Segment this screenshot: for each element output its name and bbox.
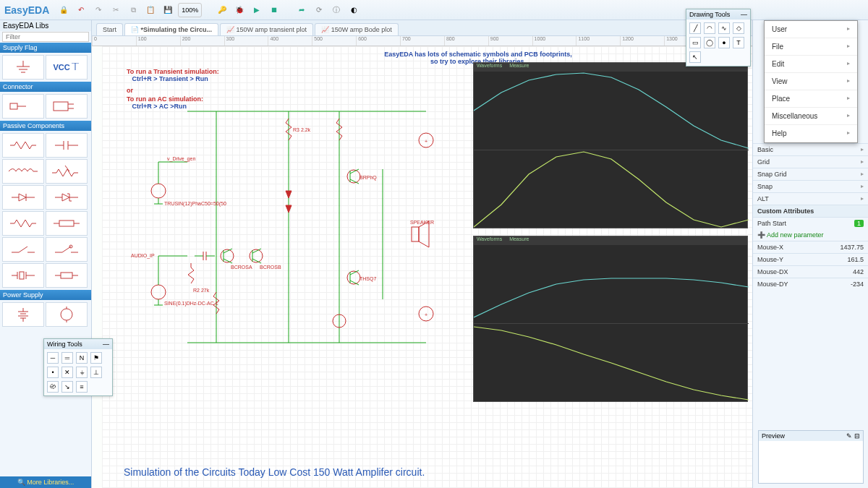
component-ferrite[interactable]	[46, 263, 88, 288]
wire-tool-icon[interactable]: ─	[47, 352, 59, 364]
wire-misc-icon[interactable]: ≡	[76, 381, 88, 393]
menu-user[interactable]: User▸	[765, 21, 857, 38]
bug-icon[interactable]: 🐞	[232, 3, 247, 17]
tool-line-icon[interactable]: ╱	[689, 22, 701, 34]
prop-row[interactable]: Snap Grid▸	[753, 168, 868, 180]
minimize-icon[interactable]: —	[103, 341, 109, 348]
wf-tab[interactable]: Waveforms	[477, 63, 502, 72]
probe-icon[interactable]: 〄	[47, 381, 59, 393]
section-supply-flag[interactable]: Supply Flag	[0, 43, 91, 53]
section-connector[interactable]: Connector	[0, 82, 91, 92]
component-zener[interactable]	[46, 185, 88, 210]
tool-rect-icon[interactable]: ▭	[689, 37, 701, 48]
refresh-icon[interactable]: ⟳	[312, 3, 326, 17]
path-start-row[interactable]: Path Start1	[753, 217, 868, 229]
component-vcc[interactable]: VCC	[46, 55, 88, 80]
drawing-tools-palette[interactable]: Drawing Tools— ╱ ◠ ∿ ◇ ▭ ◯ ● T ↖	[686, 9, 751, 67]
prop-row[interactable]: Snap▸	[753, 180, 868, 192]
tool-cursor-icon[interactable]: ↖	[689, 51, 701, 63]
gnd-tool-icon[interactable]: ⊥	[90, 367, 102, 378]
preview-edit-icon[interactable]: ✎	[846, 432, 852, 440]
prop-row[interactable]: ALT▸	[753, 192, 868, 205]
cut-icon[interactable]: ✂	[109, 3, 123, 17]
tab-bode-plot[interactable]: 📈 150W amp Bode plot	[315, 23, 399, 35]
power-icon[interactable]: ⏚	[76, 367, 88, 378]
menu-misc[interactable]: Miscellaneous▸	[765, 108, 857, 125]
drawing-tools-title[interactable]: Drawing Tools—	[686, 9, 750, 20]
undo-icon[interactable]: ↶	[74, 3, 88, 17]
paste-icon[interactable]: 📋	[143, 3, 158, 17]
svg-point-47	[61, 309, 72, 320]
menu-place[interactable]: Place▸	[765, 90, 857, 108]
menu-edit[interactable]: Edit▸	[765, 56, 857, 73]
component-battery[interactable]	[2, 302, 44, 327]
contrast-icon[interactable]: ◐	[346, 3, 361, 17]
tool-ellipse-icon[interactable]: ◯	[704, 37, 715, 48]
schematic-drawing[interactable]: TRUSIN(12)PhaC50=50(50 v_Drive_gen AUDIO…	[122, 82, 455, 372]
schematic-canvas[interactable]: EasyEDA has lots of schematic symbols an…	[102, 46, 752, 488]
waveform-panel-bottom[interactable]: Waveforms Measure	[473, 236, 748, 402]
bus-tool-icon[interactable]: ═	[61, 352, 73, 364]
tab-start[interactable]: Start	[96, 23, 123, 35]
wf-tab[interactable]: Measure	[509, 63, 529, 72]
svg-text:SINE(0.1)DHz-DC-AC 1: SINE(0.1)DHz-DC-AC 1	[164, 301, 218, 307]
component-capacitor[interactable]	[46, 133, 88, 158]
library-filter-input[interactable]	[2, 32, 89, 42]
tool-circle-icon[interactable]: ●	[718, 37, 730, 48]
prop-row[interactable]: Grid▸	[753, 155, 868, 168]
component-connector-1[interactable]	[2, 94, 44, 119]
component-res-poly[interactable]	[2, 211, 44, 236]
component-rheostat[interactable]	[46, 159, 88, 184]
zoom-dropdown[interactable]: 100%	[178, 3, 202, 17]
stop-icon[interactable]: ⏹	[267, 3, 281, 17]
preview-close-icon[interactable]: ⊟	[854, 432, 860, 440]
add-parameter-button[interactable]: ➕ Add new parameter	[753, 229, 868, 241]
component-fuse[interactable]	[46, 211, 88, 236]
junction-icon[interactable]: •	[47, 367, 59, 378]
minimize-icon[interactable]: —	[741, 11, 747, 18]
menu-view[interactable]: View▸	[765, 73, 857, 90]
copy-icon[interactable]: ⧉	[126, 3, 140, 17]
tool-bezier-icon[interactable]: ∿	[718, 22, 730, 34]
waveform-panel-top[interactable]: Waveforms Measure	[473, 62, 748, 228]
menu-help[interactable]: Help▸	[765, 125, 857, 142]
preview-title[interactable]: Preview✎ ⊟	[759, 431, 863, 441]
netflag-icon[interactable]: ⚑	[90, 352, 102, 364]
menu-file[interactable]: File▸	[765, 38, 857, 56]
component-diode[interactable]	[2, 185, 44, 210]
svg-text:BRPhQ: BRPhQ	[359, 175, 377, 181]
info-icon[interactable]: ⓘ	[329, 3, 344, 17]
component-resistor[interactable]	[2, 133, 44, 158]
more-libraries-button[interactable]: 🔍 More Libraries...	[0, 476, 91, 488]
save-icon[interactable]: 💾	[161, 3, 175, 17]
component-crystal[interactable]	[2, 263, 44, 288]
lock-icon[interactable]: 🔒	[56, 3, 71, 17]
component-switch-2[interactable]	[46, 237, 88, 262]
wf-tab[interactable]: Waveforms	[477, 236, 502, 245]
prop-row[interactable]: Basic▸	[753, 143, 868, 155]
tab-transient-plot[interactable]: 📈 150W amp transient plot	[220, 23, 313, 35]
wf-tab[interactable]: Measure	[509, 236, 529, 245]
wire-arrow-icon[interactable]: ↘	[61, 381, 73, 393]
section-power[interactable]: Power Supply	[0, 290, 91, 300]
noconnect-icon[interactable]: ✕	[61, 367, 73, 378]
wiring-tools-title[interactable]: Wiring Tools—	[44, 339, 112, 349]
tab-simulating[interactable]: 📄 *Simulating the Circu...	[124, 23, 218, 35]
component-vsource[interactable]	[46, 302, 88, 327]
wiring-tools-palette[interactable]: Wiring Tools— ─ ═ N ⚑ • ✕ ⏚ ⊥ 〄 ↘ ≡	[43, 338, 113, 396]
section-passive[interactable]: Passive Components	[0, 121, 91, 131]
tool-arc-icon[interactable]: ◠	[704, 22, 715, 34]
redo-icon[interactable]: ↷	[91, 3, 106, 17]
share-icon[interactable]: ➦	[294, 3, 309, 17]
run-icon[interactable]: ▶	[250, 3, 264, 17]
mouse-y-row: Mouse-Y161.5	[753, 253, 868, 265]
svg-rect-38	[61, 273, 72, 278]
component-connector-2[interactable]	[46, 94, 88, 119]
key-icon[interactable]: 🔑	[215, 3, 229, 17]
component-switch-1[interactable]	[2, 237, 44, 262]
netlabel-icon[interactable]: N	[76, 352, 88, 364]
component-gnd[interactable]	[2, 55, 44, 80]
tool-polyline-icon[interactable]: ◇	[733, 22, 744, 34]
component-inductor[interactable]	[2, 159, 44, 184]
tool-text-icon[interactable]: T	[733, 37, 744, 48]
